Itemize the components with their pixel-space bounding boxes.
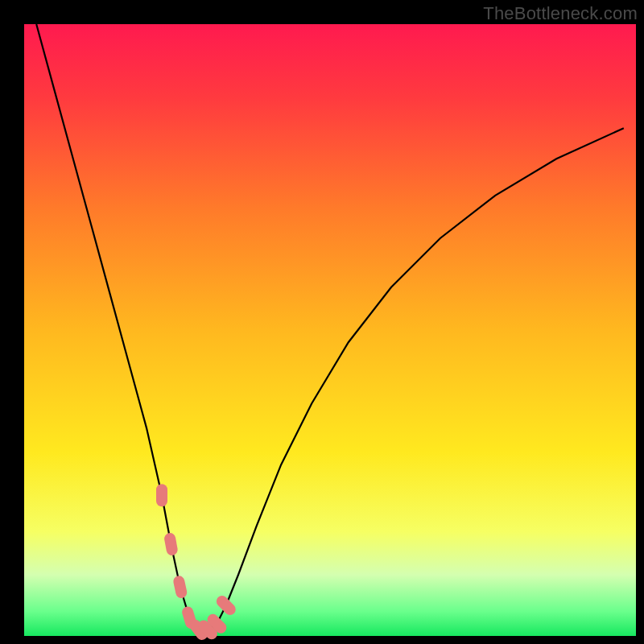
- marker-point: [156, 484, 167, 506]
- bottleneck-chart: [0, 0, 644, 644]
- watermark-text: TheBottleneck.com: [483, 3, 638, 24]
- plot-background: [24, 24, 636, 636]
- chart-container: TheBottleneck.com: [0, 0, 644, 644]
